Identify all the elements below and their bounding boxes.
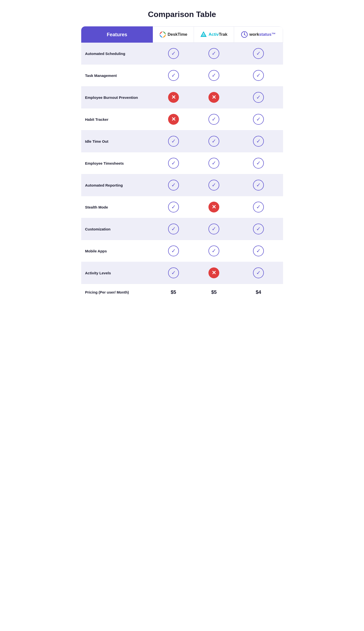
feature-label: Employee Burnout Prevention (81, 87, 153, 108)
workstatus-cell: ✓ (234, 174, 283, 196)
workstatus-price: $4 (234, 284, 283, 300)
check-icon: ✓ (253, 267, 264, 278)
check-icon: ✓ (253, 92, 264, 103)
table-row: Activity Levels ✓ ✕ ✓ (81, 262, 283, 284)
check-icon: ✓ (253, 158, 264, 169)
workstatus-cell: ✓ (234, 152, 283, 174)
table-body: Automated Scheduling ✓ ✓ ✓ Task Manageme… (81, 43, 283, 300)
check-icon: ✓ (208, 224, 219, 235)
desktime-cell: ✓ (153, 196, 194, 218)
cross-icon: ✕ (208, 267, 219, 278)
check-icon: ✓ (208, 180, 219, 190)
activtrak-price: $5 (194, 284, 234, 300)
activtrak-logo-icon (200, 31, 207, 38)
check-icon: ✓ (208, 158, 219, 169)
workstatus-logo-icon (241, 31, 248, 38)
activtrak-cell: ✓ (194, 152, 234, 174)
comparison-container: Comparison Table Features (81, 10, 283, 300)
svg-point-1 (162, 33, 164, 36)
activtrak-price-value: $5 (211, 289, 216, 295)
workstatus-cell: ✓ (234, 130, 283, 152)
check-icon: ✓ (168, 158, 179, 169)
activtrak-cell: ✕ (194, 196, 234, 218)
check-icon: ✓ (253, 202, 264, 213)
cross-icon: ✕ (208, 92, 219, 103)
workstatus-cell: ✓ (234, 65, 283, 87)
table-row: Stealth Mode ✓ ✕ ✓ (81, 196, 283, 218)
desktime-logo-icon (159, 31, 166, 38)
activtrak-cell: ✓ (194, 240, 234, 262)
desktime-cell: ✓ (153, 43, 194, 65)
check-icon: ✓ (208, 48, 219, 59)
check-icon: ✓ (253, 180, 264, 190)
desktime-price-value: $5 (170, 289, 176, 295)
check-icon: ✓ (253, 246, 264, 256)
activtrak-cell: ✕ (194, 87, 234, 108)
workstatus-cell: ✓ (234, 262, 283, 284)
workstatus-cell: ✓ (234, 218, 283, 240)
check-icon: ✓ (168, 70, 179, 81)
pricing-label: Pricing (Per user/ Month) (81, 284, 153, 300)
activtrak-brand-cell: ActivTrak (197, 31, 231, 38)
workstatus-brand-name: workstatus™ (249, 32, 276, 37)
check-icon: ✓ (168, 180, 179, 190)
activtrak-part2: Trak (219, 32, 228, 37)
workstatus-cell: ✓ (234, 196, 283, 218)
comparison-table: Features DeskTime (81, 26, 283, 300)
desktime-cell: ✓ (153, 262, 194, 284)
desktime-cell: ✓ (153, 152, 194, 174)
workstatus-price-value: $4 (256, 289, 261, 295)
table-row: Idle Time Out ✓ ✓ ✓ (81, 130, 283, 152)
activtrak-header: ActivTrak (194, 26, 234, 43)
table-row: Task Management ✓ ✓ ✓ (81, 65, 283, 87)
feature-label: Activity Levels (81, 262, 153, 284)
desktime-cell: ✕ (153, 87, 194, 108)
header-row: Features DeskTime (81, 26, 283, 43)
workstatus-cell: ✓ (234, 240, 283, 262)
check-icon: ✓ (253, 114, 264, 125)
check-icon: ✓ (253, 48, 264, 59)
workstatus-part1: work (249, 32, 259, 37)
activtrak-cell: ✕ (194, 262, 234, 284)
activtrak-brand-name: ActivTrak (208, 32, 228, 37)
check-icon: ✓ (168, 136, 179, 147)
check-icon: ✓ (208, 246, 219, 256)
desktime-brand-cell: DeskTime (156, 31, 191, 38)
desktime-cell: ✓ (153, 65, 194, 87)
workstatus-header: workstatus™ (234, 26, 283, 43)
desktime-price: $5 (153, 284, 194, 300)
table-row: Customization ✓ ✓ ✓ (81, 218, 283, 240)
activtrak-cell: ✓ (194, 43, 234, 65)
feature-label: Idle Time Out (81, 130, 153, 152)
table-row: Employee Burnout Prevention ✕ ✕ ✓ (81, 87, 283, 108)
workstatus-cell: ✓ (234, 87, 283, 108)
activtrak-cell: ✓ (194, 108, 234, 130)
check-icon: ✓ (208, 136, 219, 147)
feature-label: Task Management (81, 65, 153, 87)
cross-icon: ✕ (168, 92, 179, 103)
table-row: Automated Scheduling ✓ ✓ ✓ (81, 43, 283, 65)
workstatus-part2: status™ (259, 32, 276, 37)
feature-label: Stealth Mode (81, 196, 153, 218)
feature-label: Customization (81, 218, 153, 240)
activtrak-cell: ✓ (194, 174, 234, 196)
workstatus-brand-cell: workstatus™ (237, 31, 280, 38)
check-icon: ✓ (168, 48, 179, 59)
feature-label: Mobile Apps (81, 240, 153, 262)
activtrak-cell: ✓ (194, 218, 234, 240)
desktime-cell: ✓ (153, 240, 194, 262)
check-icon: ✓ (253, 136, 264, 147)
desktime-brand-name: DeskTime (168, 32, 187, 37)
desktime-cell: ✓ (153, 130, 194, 152)
table-row: Employee Timesheets ✓ ✓ ✓ (81, 152, 283, 174)
activtrak-cell: ✓ (194, 65, 234, 87)
check-icon: ✓ (168, 224, 179, 235)
workstatus-cell: ✓ (234, 108, 283, 130)
page-title: Comparison Table (81, 10, 283, 19)
feature-label: Automated Scheduling (81, 43, 153, 65)
check-icon: ✓ (168, 267, 179, 278)
svg-point-5 (244, 34, 245, 35)
feature-label: Habit Tracker (81, 108, 153, 130)
table-row: Mobile Apps ✓ ✓ ✓ (81, 240, 283, 262)
pricing-row: Pricing (Per user/ Month) $5 $5 $4 (81, 284, 283, 300)
